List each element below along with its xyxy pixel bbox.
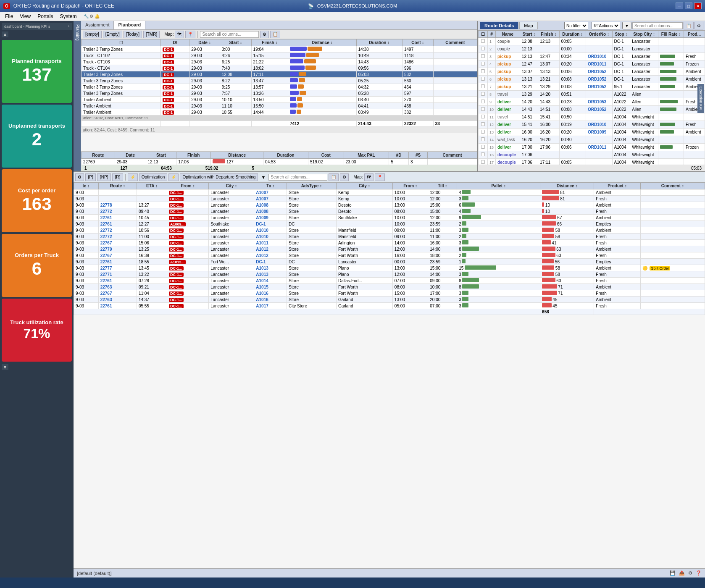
rs-finish[interactable]: Finish: [176, 152, 211, 159]
table-row[interactable]: 9-03 22772 11:00 DC-1... Lancaster A1010…: [74, 234, 705, 240]
menu-view[interactable]: View: [16, 13, 34, 20]
restore-button[interactable]: □: [685, 3, 692, 9]
btn-opt-icon[interactable]: ⚡: [128, 173, 138, 181]
col-finish[interactable]: Finish ↕: [251, 39, 288, 46]
op-from[interactable]: From ↕: [167, 183, 209, 189]
rt-num[interactable]: #: [488, 31, 496, 38]
rt-check-cell[interactable]: [479, 91, 488, 98]
col-type[interactable]: D/: [161, 39, 189, 46]
kpi-scroll-up[interactable]: ▲: [2, 32, 8, 37]
table-row[interactable]: Trailer Ambient DC-1 29-03 10:55 14:44 0…: [82, 109, 477, 116]
rt-city[interactable]: Stop City ↕: [630, 31, 658, 38]
rt-orderno[interactable]: OrderNo ↕: [586, 31, 612, 38]
table-row[interactable]: 9-03 22761 05:55 DC-1... Lancaster A1017…: [74, 303, 705, 309]
table-row[interactable]: 5 pickup 13:07 13:13 00:06 ORD1052 DC-1 …: [479, 68, 705, 76]
rt-check-cell[interactable]: [479, 45, 488, 53]
btn-r[interactable]: {R}: [112, 173, 123, 181]
planning-search[interactable]: [200, 31, 259, 38]
table-row[interactable]: 8 travel 13:29 14:20 00:51 A1022 Allen: [479, 91, 705, 98]
btn-optimization[interactable]: Optimization: [139, 173, 168, 181]
btn-np[interactable]: {NP}: [97, 173, 111, 181]
rt-check-cell[interactable]: [479, 106, 488, 113]
minimize-button[interactable]: ─: [676, 3, 683, 9]
rt-check-cell[interactable]: [479, 60, 488, 68]
table-row[interactable]: 15 deliver 17:00 17:06 00:06 ORD1011 A10…: [479, 144, 705, 151]
rt-check-cell[interactable]: [479, 83, 488, 91]
rt-check-cell[interactable]: [479, 53, 488, 60]
rt-check[interactable]: ☐: [479, 31, 488, 38]
tab-assignment[interactable]: Assignment: [81, 21, 114, 29]
table-row[interactable]: 9-03 22763 09:21 DC-1... Lancaster A1015…: [74, 284, 705, 290]
table-row[interactable]: 9-03 22761 12:27 A1009... Southlake DC-1…: [74, 221, 705, 227]
table-row[interactable]: 9-03 22767 11:04 DC-1... Lancaster A1016…: [74, 290, 705, 297]
table-row[interactable]: Trailer 3 Temp Zones DC-1 29-03 8:22 13:…: [82, 78, 477, 84]
btn-settings-op[interactable]: ⚙: [75, 173, 84, 181]
settings-icon[interactable]: ⚙: [688, 570, 692, 576]
table-row[interactable]: Trailer Ambient DC-1 29-03 10:10 13:50 0…: [82, 97, 477, 103]
btn-map-op1[interactable]: 🗺: [364, 173, 374, 181]
rs-start[interactable]: Start: [146, 152, 176, 159]
menu-portals[interactable]: Portals: [34, 13, 56, 20]
tab-route-details[interactable]: Route Details: [480, 22, 518, 29]
rt-check-cell[interactable]: [479, 136, 488, 144]
btn-empty2[interactable]: [Empty]: [103, 31, 122, 38]
table-row[interactable]: 9-03 22772 09:40 DC-1... Lancaster A1008…: [74, 208, 705, 215]
rt-check-cell[interactable]: [479, 38, 488, 45]
table-row[interactable]: 9-03 22761 10:45 DC-1... Lancaster A1009…: [74, 215, 705, 221]
btn-tmr[interactable]: [TMR]: [143, 31, 160, 38]
table-row[interactable]: Trailer 3 Temp Zones DC-1 29-03 3:00 19:…: [82, 46, 477, 52]
col-distance[interactable]: Distance ↕: [288, 39, 356, 46]
op-from-city[interactable]: City ↕: [209, 183, 254, 189]
rs-d[interactable]: #D: [389, 152, 409, 159]
menu-system[interactable]: System: [57, 13, 80, 20]
execution-tab[interactable]: Execution KPI: [697, 84, 705, 113]
table-row[interactable]: 9-03 22761 18:55 A1012... Fort Wo... DC-…: [74, 259, 705, 265]
op-route[interactable]: Route ↕: [98, 183, 137, 189]
op-to[interactable]: To ↕: [254, 183, 287, 189]
rs-dist[interactable]: Distance: [211, 152, 263, 159]
rt-stop[interactable]: Stop ↕: [612, 31, 630, 38]
op-date[interactable]: te ↕: [74, 183, 99, 189]
op-pallet[interactable]: Pallet ↕: [457, 183, 540, 189]
table-row[interactable]: 9-03 22777 13:45 DC-1... Lancaster A1013…: [74, 265, 705, 271]
rt-actions[interactable]: RTActions: [592, 22, 620, 29]
table-row[interactable]: Truck - CT104 DC-1 29-03 7:40 18:02 09:5…: [82, 65, 477, 71]
table-row[interactable]: 1 couple 12:08 12:13 00:05 DC-1 Lancaste…: [479, 38, 705, 45]
rt-finish[interactable]: Finish ↕: [538, 31, 560, 38]
order-settings[interactable]: ⚙: [340, 173, 349, 181]
col-start[interactable]: Start ↕: [220, 39, 251, 46]
rt-check-cell[interactable]: [479, 151, 488, 159]
col-cost[interactable]: Cost ↕: [402, 39, 434, 46]
rs-pal[interactable]: Max PAL: [344, 152, 389, 159]
rs-dur[interactable]: Duration: [263, 152, 308, 159]
col-comment[interactable]: Comment: [433, 39, 477, 46]
table-row[interactable]: 9-03 22761 07:28 DC-1... Lancaster A1014…: [74, 278, 705, 284]
rt-check-cell[interactable]: [479, 129, 488, 136]
rt-check-cell[interactable]: [479, 76, 488, 83]
op-ads[interactable]: AdsType ↕: [287, 183, 337, 189]
btn-map1[interactable]: 🗺: [175, 31, 184, 38]
op-eta[interactable]: ETA ↕: [137, 183, 167, 189]
filter-select[interactable]: No filter: [564, 22, 588, 29]
table-row[interactable]: 10 deliver 14:43 14:51 00:08 ORD1052 A10…: [479, 106, 705, 113]
rt-dur[interactable]: Duration ↕: [559, 31, 586, 38]
rt-check-cell[interactable]: [479, 98, 488, 106]
btn-map-op2[interactable]: 📍: [375, 173, 385, 181]
help-icon[interactable]: ❓: [696, 570, 702, 576]
col-duration[interactable]: Duration ↕: [356, 39, 402, 46]
order-export[interactable]: 📋: [329, 173, 339, 181]
rt-prod[interactable]: Prod...: [684, 31, 705, 38]
rs-comment[interactable]: Comment: [428, 152, 477, 159]
table-row[interactable]: 9-03 22767 15:06 DC-1... Lancaster A1011…: [74, 240, 705, 246]
table-row[interactable]: 9-03 22771 13:22 DC-1... Lancaster A1013…: [74, 271, 705, 278]
op-city[interactable]: City ↕: [336, 183, 392, 189]
table-row[interactable]: 2 couple 12:13 00:00 DC-1 Lancaster: [479, 45, 705, 53]
tab-planboard[interactable]: Planboard: [114, 21, 145, 29]
rs-s[interactable]: #S: [408, 152, 427, 159]
kpi-scroll-down[interactable]: ▼: [2, 364, 8, 370]
table-row[interactable]: 9-03 DC-1... Lancaster A1007 Store Kemp …: [74, 196, 705, 202]
table-row[interactable]: 9-03 DC-1... Lancaster A1007 Store Kemp …: [74, 189, 705, 196]
table-row[interactable]: 9-03 22767 16:39 DC-1... Lancaster A1012…: [74, 252, 705, 259]
table-row[interactable]: 7 pickup 13:21 13:29 00:08 ORD1052 95-1 …: [479, 83, 705, 91]
table-row[interactable]: 16 decouple 17:06 A1004 Whitewright: [479, 151, 705, 159]
